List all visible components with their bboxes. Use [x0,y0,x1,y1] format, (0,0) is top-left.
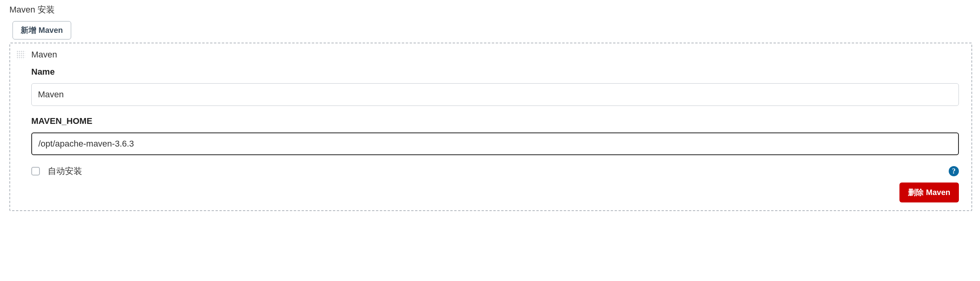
name-label: Name [31,67,959,77]
auto-install-left: 自动安装 [31,165,82,177]
auto-install-row: 自动安装 ? [31,165,959,177]
maven-home-label: MAVEN_HOME [31,116,959,126]
delete-row: 删除 Maven [17,183,959,202]
add-maven-button[interactable]: 新增 Maven [13,21,71,39]
maven-home-field-block: MAVEN_HOME [31,116,959,155]
name-input[interactable] [31,83,959,106]
drag-handle-icon[interactable] [16,50,25,59]
installation-header: Maven [31,50,962,60]
delete-maven-button[interactable]: 删除 Maven [899,183,959,202]
maven-install-section: Maven 安装 新增 Maven Maven Name MAVEN_HOME … [0,0,980,219]
name-field-block: Name [31,67,959,106]
section-title: Maven 安装 [9,4,972,16]
auto-install-checkbox[interactable] [31,167,40,175]
help-icon[interactable]: ? [949,166,959,176]
maven-installation-block: Maven Name MAVEN_HOME 自动安装 ? 删除 Maven [9,43,972,211]
maven-home-input[interactable] [31,132,959,155]
auto-install-label[interactable]: 自动安装 [48,165,82,177]
